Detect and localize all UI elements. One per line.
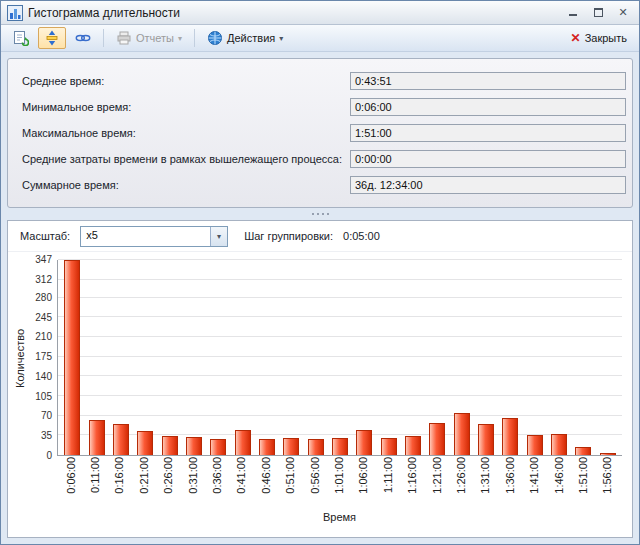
actions-button[interactable]: Действия ▾ xyxy=(201,27,289,49)
x-slot: 1:56:00 xyxy=(596,456,620,508)
combobox-dropdown-button[interactable]: ▾ xyxy=(210,227,227,246)
x-slot: 1:11:00 xyxy=(376,456,400,508)
histogram-panel: Масштаб: x5 ▾ Шаг группировки: 0:05:00 К… xyxy=(7,220,633,538)
x-slot: 0:46:00 xyxy=(254,456,278,508)
bar-slot xyxy=(328,260,352,455)
bar-slot xyxy=(84,260,108,455)
histogram-bar xyxy=(259,439,275,455)
x-slot: 1:21:00 xyxy=(425,456,449,508)
maximize-icon xyxy=(594,8,603,17)
close-icon: ✕ xyxy=(618,7,627,18)
maximize-button[interactable] xyxy=(588,4,608,21)
stat-value-field[interactable]: 36д. 12:34:00 xyxy=(350,176,626,194)
y-tick-label: 347 xyxy=(35,255,52,265)
x-slot: 1:51:00 xyxy=(571,456,595,508)
histogram-bar xyxy=(308,439,324,455)
x-labels: 0:06:000:11:000:16:000:21:000:26:000:31:… xyxy=(57,456,622,508)
refresh-button[interactable] xyxy=(7,27,35,49)
x-tick-label: 0:26:00 xyxy=(163,457,174,494)
x-tick-label: 0:31:00 xyxy=(188,457,199,494)
titlebar: Гистограмма длительности ✕ xyxy=(1,1,639,25)
stat-row: Максимальное время:1:51:00 xyxy=(22,120,626,146)
x-tick-label: 0:21:00 xyxy=(139,457,150,494)
histogram-bar xyxy=(162,436,178,455)
scale-label: Масштаб: xyxy=(20,230,70,242)
stat-row: Минимальное время:0:06:00 xyxy=(22,94,626,120)
x-tick-label: 1:56:00 xyxy=(602,457,613,494)
scale-combobox-value: x5 xyxy=(81,227,210,246)
x-tick-label: 1:21:00 xyxy=(432,457,443,494)
bar-slot xyxy=(157,260,181,455)
bar-slot xyxy=(352,260,376,455)
x-slot: 1:26:00 xyxy=(449,456,473,508)
chevron-down-icon: ▾ xyxy=(279,34,283,43)
histogram-bar xyxy=(575,447,591,455)
link-button[interactable] xyxy=(69,27,97,49)
histogram-chart: Количество 34731228024521017514010570350… xyxy=(8,252,632,537)
x-tick-label: 1:06:00 xyxy=(358,457,369,494)
stat-row: Суммарное время:36д. 12:34:00 xyxy=(22,172,626,198)
bars xyxy=(58,260,622,455)
globe-icon xyxy=(207,30,223,46)
y-tick-label: 70 xyxy=(41,411,52,421)
bar-slot xyxy=(206,260,230,455)
histogram-bar xyxy=(551,434,567,455)
histogram-bar xyxy=(89,420,105,455)
stats-rows: Среднее время:0:43:51Минимальное время:0… xyxy=(22,68,626,198)
x-slot: 0:56:00 xyxy=(303,456,327,508)
histogram-bar xyxy=(381,438,397,455)
x-tick-label: 0:41:00 xyxy=(236,457,247,494)
dialog-window: Гистограмма длительности ✕ xyxy=(0,0,640,545)
x-slot: 1:16:00 xyxy=(400,456,424,508)
x-slot: 1:46:00 xyxy=(547,456,571,508)
window-close-button[interactable]: ✕ xyxy=(613,4,633,21)
stat-value-field[interactable]: 0:43:51 xyxy=(350,72,626,90)
histogram-bar xyxy=(405,436,421,455)
close-label: Закрыть xyxy=(585,32,627,44)
x-tick-label: 0:56:00 xyxy=(310,457,321,494)
y-tick-label: 105 xyxy=(35,392,52,402)
histogram-bar xyxy=(478,424,494,455)
up-down-arrows-icon xyxy=(44,30,60,46)
bar-slot xyxy=(109,260,133,455)
toolbar-separator xyxy=(194,29,195,47)
histogram-bar xyxy=(356,430,372,455)
x-tick-label: 1:41:00 xyxy=(529,457,540,494)
x-tick-label: 0:16:00 xyxy=(114,457,125,494)
bar-slot xyxy=(498,260,522,455)
histogram-bar xyxy=(64,260,80,455)
y-axis-title: Количество xyxy=(12,260,27,456)
refresh-icon xyxy=(13,30,29,46)
stat-label: Максимальное время: xyxy=(22,127,350,139)
stat-value-field[interactable]: 0:00:00 xyxy=(350,150,626,168)
x-slot: 1:36:00 xyxy=(498,456,522,508)
x-slot: 0:26:00 xyxy=(157,456,181,508)
x-tick-label: 0:36:00 xyxy=(212,457,223,494)
bar-slot xyxy=(596,260,620,455)
chart-controls: Масштаб: x5 ▾ Шаг группировки: 0:05:00 xyxy=(8,221,632,252)
close-button[interactable]: ✕ Закрыть xyxy=(565,27,633,49)
printer-icon xyxy=(116,30,132,46)
stat-value-field[interactable]: 1:51:00 xyxy=(350,124,626,142)
y-tick-label: 280 xyxy=(35,293,52,303)
splitter-handle[interactable] xyxy=(7,208,633,220)
bar-slot xyxy=(523,260,547,455)
minimize-button[interactable] xyxy=(563,4,583,21)
x-slot: 0:16:00 xyxy=(108,456,132,508)
chevron-down-icon: ▾ xyxy=(217,232,221,241)
x-tick-label: 0:11:00 xyxy=(90,457,101,493)
x-slot: 1:31:00 xyxy=(474,456,498,508)
bar-slot xyxy=(230,260,254,455)
y-tick-label: 245 xyxy=(35,313,52,323)
histogram-bar xyxy=(186,437,202,455)
stat-value-field[interactable]: 0:06:00 xyxy=(350,98,626,116)
x-tick-label: 0:51:00 xyxy=(285,457,296,494)
x-tick-label: 1:46:00 xyxy=(554,457,565,494)
histogram-bar xyxy=(113,424,129,455)
y-tick-label: 140 xyxy=(35,372,52,382)
histogram-bar xyxy=(429,423,445,455)
scale-combobox[interactable]: x5 ▾ xyxy=(80,226,228,247)
bar-slot xyxy=(376,260,400,455)
scale-toggle-button[interactable] xyxy=(38,27,66,49)
x-slot: 0:51:00 xyxy=(279,456,303,508)
